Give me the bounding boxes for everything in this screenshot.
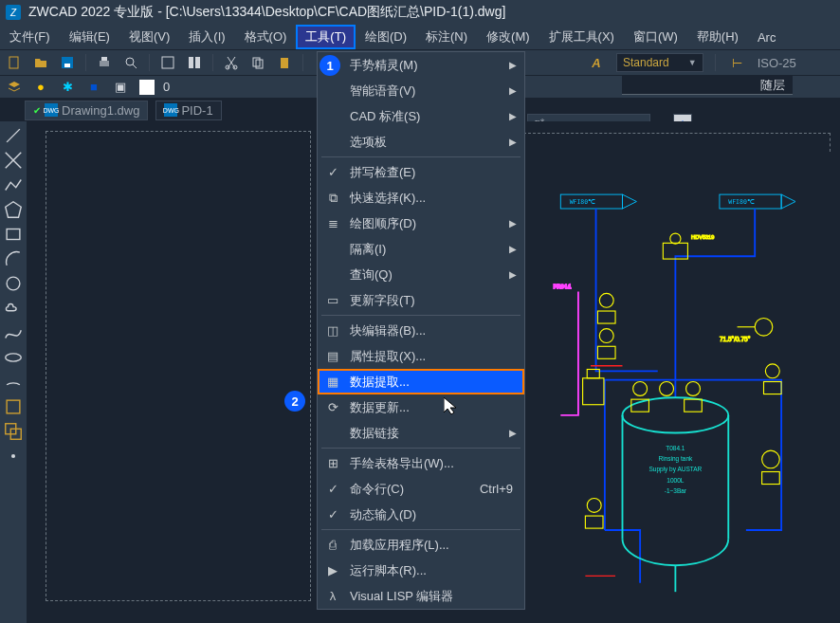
menu-block-editor[interactable]: ◫块编辑器(B)... (318, 318, 524, 343)
preview-icon[interactable] (120, 52, 141, 73)
menu-insert[interactable]: 插入(I) (179, 25, 234, 49)
sun-icon[interactable]: ✱ (57, 77, 78, 98)
menu-load-app[interactable]: ⎙加载应用程序(L)... (318, 532, 524, 558)
dim-style-icon[interactable]: ⊢ (727, 52, 748, 73)
menu-spell[interactable]: ✓拼写检查(E) (318, 159, 524, 185)
file-tab-2[interactable]: DWG PID-1 (155, 101, 221, 120)
menu-help[interactable]: 帮助(H) (687, 25, 748, 49)
cmd-icon: ✓ (325, 482, 340, 497)
menu-edit[interactable]: 编辑(E) (60, 25, 119, 49)
color-icon[interactable] (137, 77, 157, 98)
menu-data-update[interactable]: ⟳数据更新... (318, 394, 524, 420)
menu-extend[interactable]: 扩展工具(X) (539, 25, 624, 49)
menu-data-extract[interactable]: ▦数据提取... (318, 369, 524, 394)
svg-point-43 (670, 233, 681, 244)
menu-table-export[interactable]: ⊞手绘表格导出(W)... (318, 450, 524, 476)
rectangle-tool-icon[interactable] (3, 224, 24, 245)
svg-rect-15 (139, 80, 155, 95)
menu-update-field[interactable]: ▭更新字段(T) (318, 287, 524, 313)
paste-icon[interactable] (274, 52, 295, 73)
menu-format[interactable]: 格式(O) (235, 25, 297, 49)
menu-tools[interactable]: 工具(T) (296, 25, 356, 49)
menu-quick-select[interactable]: ⧉快速选择(K)... (318, 185, 524, 211)
menu-voice[interactable]: 智能语音(V)▶ (318, 78, 524, 103)
menu-data-link[interactable]: 数据链接▶ (318, 420, 524, 446)
menu-view[interactable]: 视图(V) (119, 25, 179, 49)
plot-icon[interactable]: ▣ (110, 77, 131, 98)
revcloud-tool-icon[interactable] (3, 298, 24, 319)
menu-cad-standard[interactable]: CAD 标准(S)▶ (318, 103, 524, 129)
layer-zero-label: 0 (163, 80, 170, 94)
menu-attr-extract[interactable]: ▤属性提取(X)... (318, 343, 524, 369)
text-style-value: Standard (623, 56, 669, 69)
field-icon: ▭ (325, 293, 340, 308)
svg-point-26 (11, 454, 15, 458)
bulb-icon[interactable]: ● (30, 77, 51, 98)
menu-dim[interactable]: 标注(N) (416, 25, 477, 49)
xline-tool-icon[interactable] (3, 150, 24, 171)
menu-file[interactable]: 文件(F) (0, 25, 60, 49)
cursor-icon (444, 397, 459, 416)
menu-vlisp[interactable]: λVisual LISP 编辑器 (318, 583, 524, 609)
menu-modify[interactable]: 修改(M) (477, 25, 539, 49)
menu-window[interactable]: 窗口(W) (624, 25, 687, 49)
svg-rect-3 (100, 61, 109, 66)
svg-marker-67 (444, 397, 456, 414)
submenu-arrow-icon: ▶ (509, 85, 517, 96)
menubar: 文件(F) 编辑(E) 视图(V) 插入(I) 格式(O) 工具(T) 绘图(D… (0, 25, 840, 49)
line-tool-icon[interactable] (3, 125, 24, 146)
svg-point-59 (633, 382, 648, 396)
svg-rect-58 (762, 472, 780, 485)
menu-isolate[interactable]: 隔离(I)▶ (318, 236, 524, 262)
menu-draw[interactable]: 绘图(D) (356, 25, 416, 49)
app-logo: Z (6, 5, 21, 20)
layer-manager-icon[interactable] (4, 77, 25, 98)
table-icon: ⊞ (325, 456, 340, 471)
svg-rect-0 (9, 57, 18, 68)
order-icon: ≣ (325, 216, 340, 231)
data-icon: ▦ (325, 375, 340, 390)
menu-palettes[interactable]: 选项板▶ (318, 129, 524, 155)
submenu-arrow-icon: ▶ (509, 269, 517, 280)
menu-dynamic-input[interactable]: ✓动态输入(D) (318, 502, 524, 527)
menu-command-line[interactable]: ✓命令行(C)Ctrl+9 (318, 476, 524, 502)
polygon-tool-icon[interactable] (3, 199, 24, 220)
new-icon[interactable] (4, 52, 25, 73)
svg-rect-48 (597, 346, 615, 358)
svg-point-33 (623, 397, 729, 432)
find-icon[interactable] (157, 52, 178, 73)
menu-draw-order[interactable]: ≣绘图顺序(D)▶ (318, 211, 524, 236)
svg-rect-14 (281, 58, 288, 68)
block-insert-icon[interactable] (3, 396, 24, 417)
dim-style-value: ISO-25 (758, 56, 796, 70)
file-tab-1[interactable]: ✔ DWG Drawing1.dwg (25, 101, 148, 120)
menu-arc[interactable]: Arc (748, 27, 786, 48)
ellipse-tool-icon[interactable] (3, 347, 24, 368)
menu-inquiry[interactable]: 查询(Q)▶ (318, 262, 524, 287)
polyline-tool-icon[interactable] (3, 174, 24, 195)
open-icon[interactable] (30, 52, 51, 73)
text-style-combo[interactable]: Standard ▼ (616, 53, 703, 72)
layout-icon[interactable] (184, 52, 205, 73)
save-icon[interactable] (57, 52, 78, 73)
cut-icon[interactable] (221, 52, 242, 73)
arc-tool-icon[interactable] (3, 248, 24, 269)
make-block-icon[interactable] (3, 421, 24, 442)
text-style-icon[interactable]: A (586, 52, 607, 73)
copy-icon[interactable] (247, 52, 268, 73)
menu-run-script[interactable]: ▶运行脚本(R)... (318, 558, 524, 583)
ellipse-arc-icon[interactable] (3, 372, 24, 393)
circle-tool-icon[interactable] (3, 273, 24, 294)
svg-marker-19 (6, 202, 22, 218)
spline-tool-icon[interactable] (3, 322, 24, 343)
menu-gesture[interactable]: 手势精灵(M)▶ (318, 52, 524, 78)
lock-icon[interactable]: ■ (83, 77, 104, 98)
submenu-arrow-icon: ▶ (509, 244, 517, 254)
draw-toolbar (0, 121, 27, 623)
svg-point-55 (765, 364, 779, 378)
svg-marker-28 (623, 194, 637, 209)
print-icon[interactable] (94, 52, 115, 73)
point-tool-icon[interactable] (3, 446, 24, 467)
dwg-icon: DWG (164, 103, 177, 117)
bycolor-combo[interactable]: 随层 (622, 76, 793, 95)
